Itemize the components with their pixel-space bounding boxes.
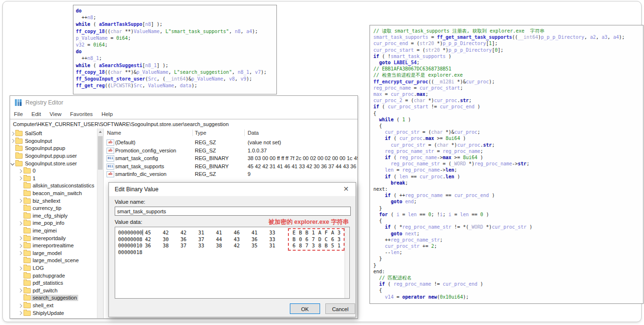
hex-ascii-char[interactable]: B bbox=[297, 230, 303, 235]
value-row-Promotion_config_version[interactable]: abPromotion_config_versionREG_SZ1.0.0.37 bbox=[104, 147, 358, 155]
hex-byte[interactable]: 36 bbox=[180, 236, 198, 242]
column-separator[interactable] bbox=[192, 129, 193, 136]
tree-item-allskin_statusiconstatistics[interactable]: allskin_statusiconstatistics bbox=[10, 182, 97, 190]
value-row-smart_task_supports[interactable]: 011smart_task_supportsREG_BINARY45 42 42… bbox=[104, 163, 358, 171]
hex-byte[interactable]: 41 bbox=[251, 230, 269, 235]
hex-ascii-char[interactable]: 8 bbox=[297, 243, 303, 248]
hex-ascii-char[interactable]: A bbox=[329, 230, 335, 235]
chevron-right-icon[interactable] bbox=[18, 176, 22, 180]
hex-ascii-char[interactable]: 7 bbox=[304, 243, 310, 248]
tree-item-1[interactable]: 1 bbox=[10, 175, 97, 183]
tree-item-SogouInput.store.user[interactable]: SogouInput.store.user bbox=[10, 160, 97, 167]
hex-byte[interactable]: 31 bbox=[269, 243, 287, 248]
value-row-smart_task_config[interactable]: 011smart_task_configREG_BINARY38 03 00 0… bbox=[104, 155, 358, 162]
tree-item-patchupgrade[interactable]: patchupgrade bbox=[10, 272, 97, 279]
hex-ascii-char[interactable]: 6 bbox=[291, 243, 297, 248]
hex-byte[interactable]: 44 bbox=[216, 236, 234, 242]
hex-byte[interactable]: 43 bbox=[234, 236, 251, 242]
column-separator[interactable] bbox=[244, 129, 245, 136]
tree-item-SalSoft[interactable]: SalSoft bbox=[10, 130, 97, 138]
hex-byte[interactable]: 33 bbox=[269, 236, 287, 242]
ok-button[interactable]: OK bbox=[290, 303, 320, 314]
hex-ascii-char[interactable]: B bbox=[304, 230, 310, 235]
hex-byte[interactable]: 33 bbox=[269, 230, 287, 235]
tree-item-pdf_switch[interactable]: pdf_switch bbox=[10, 287, 97, 295]
hex-ascii-char[interactable]: B bbox=[291, 236, 297, 242]
tree-item-ime_pop_info[interactable]: ime_pop_info bbox=[10, 220, 97, 227]
hex-ascii-char[interactable]: 7 bbox=[310, 236, 316, 242]
hex-byte[interactable]: 30 bbox=[163, 236, 180, 242]
hex-ascii-char[interactable]: 8 bbox=[317, 243, 323, 248]
hex-ascii-char[interactable]: 3 bbox=[310, 243, 316, 248]
tree-item-ShiplyUpdate[interactable]: ShiplyUpdate bbox=[10, 309, 97, 317]
value-name-input[interactable] bbox=[115, 207, 351, 216]
hex-byte[interactable]: 37 bbox=[180, 243, 198, 248]
tree-item-imereportrealtime[interactable]: imereportrealtime bbox=[10, 242, 97, 250]
value-row-smartinfo_dic_version[interactable]: absmartinfo_dic_versionREG_SZ9 bbox=[104, 171, 358, 178]
hex-byte[interactable]: 38 bbox=[216, 243, 234, 248]
hex-ascii-char[interactable]: 1 bbox=[336, 243, 342, 248]
regedit-address-bar[interactable]: Computer\HKEY_CURRENT_USER\SOFTWARE\Sogo… bbox=[10, 119, 358, 129]
hex-ascii-char[interactable]: D bbox=[317, 236, 323, 242]
hex-byte[interactable]: 36 bbox=[145, 243, 163, 248]
hex-ascii-char[interactable]: E bbox=[291, 230, 297, 235]
hex-byte[interactable]: 42 bbox=[180, 230, 198, 235]
tree-item-SogouInput.ppup.user[interactable]: SogouInput.ppup.user bbox=[10, 152, 97, 160]
hex-byte[interactable]: 46 bbox=[234, 230, 251, 235]
hex-ascii-char[interactable]: B bbox=[323, 243, 329, 248]
chevron-right-icon[interactable] bbox=[18, 303, 22, 307]
hex-ascii-char[interactable]: C bbox=[323, 236, 329, 242]
hex-byte[interactable]: 45 bbox=[145, 230, 163, 235]
tree-item-currency_tip[interactable]: currency_tip bbox=[10, 205, 97, 212]
tree-item-SogouInput.ppup[interactable]: SogouInput.ppup bbox=[10, 145, 97, 152]
hex-byte[interactable]: 42 bbox=[163, 230, 180, 235]
tree-item-0[interactable]: 0 bbox=[10, 167, 97, 175]
menu-favorites[interactable]: Favorites bbox=[70, 111, 93, 117]
tree-item-pdf_statistics[interactable]: pdf_statistics bbox=[10, 279, 97, 287]
chevron-right-icon[interactable] bbox=[11, 132, 14, 136]
chevron-right-icon[interactable] bbox=[18, 221, 22, 225]
hex-byte[interactable]: 31 bbox=[198, 230, 216, 235]
tree-item-ime_cfg_shiply[interactable]: ime_cfg_shiply bbox=[10, 212, 97, 220]
tree-item-beacon_main_switch[interactable]: beacon_main_switch bbox=[10, 190, 97, 197]
cancel-button[interactable]: Cancel bbox=[325, 303, 355, 314]
chevron-right-icon[interactable] bbox=[11, 139, 14, 143]
chevron-right-icon[interactable] bbox=[18, 199, 22, 203]
hex-ascii-char[interactable]: 5 bbox=[329, 243, 335, 248]
hex-byte[interactable]: 36 bbox=[251, 236, 269, 242]
value-row-Default[interactable]: ab(Default)REG_SZ(value not set) bbox=[104, 139, 358, 147]
tree-item-large_model[interactable]: large_model bbox=[10, 250, 97, 257]
chevron-right-icon[interactable] bbox=[18, 236, 22, 240]
close-icon[interactable]: ✕ bbox=[341, 185, 351, 194]
hex-ascii-char[interactable]: 0 bbox=[297, 236, 303, 242]
column-header-name[interactable]: Name bbox=[107, 128, 121, 137]
chevron-right-icon[interactable] bbox=[18, 251, 22, 255]
hex-byte[interactable]: 41 bbox=[216, 230, 234, 235]
hex-editor[interactable]: 000000004542423141464133EBB1AFA300000008… bbox=[115, 227, 350, 299]
hex-ascii-char[interactable]: 3 bbox=[336, 230, 342, 235]
chevron-right-icon[interactable] bbox=[18, 169, 22, 173]
column-header-data[interactable]: Data bbox=[248, 128, 259, 137]
chevron-right-icon[interactable] bbox=[18, 311, 22, 315]
hex-ascii-char[interactable]: 6 bbox=[304, 236, 310, 242]
tree-item-ime_qimei[interactable]: ime_qimei bbox=[10, 227, 97, 235]
tree-item-large_model_scene[interactable]: large_model_scene bbox=[10, 257, 97, 265]
hex-ascii-char[interactable]: 6 bbox=[329, 236, 335, 242]
dialog-titlebar[interactable]: Edit Binary Value ✕ bbox=[109, 183, 356, 196]
chevron-down-icon[interactable] bbox=[11, 162, 14, 165]
tree-item-search_suggestion[interactable]: search_suggestion bbox=[10, 294, 97, 302]
scrollbar-thumb[interactable] bbox=[98, 136, 103, 170]
tree-item-biz_shellext[interactable]: biz_shellext bbox=[10, 197, 97, 205]
tree-item-LOG[interactable]: LOG bbox=[10, 265, 97, 272]
tree-scrollbar[interactable] bbox=[97, 128, 103, 318]
tree-item-imereportdaily[interactable]: imereportdaily bbox=[10, 234, 97, 242]
regedit-titlebar[interactable]: Registry Editor bbox=[10, 96, 358, 109]
menu-help[interactable]: Help bbox=[101, 111, 113, 117]
hex-ascii-char[interactable]: 3 bbox=[336, 236, 342, 242]
menu-file[interactable]: File bbox=[14, 111, 23, 117]
chevron-right-icon[interactable] bbox=[18, 266, 22, 270]
menu-edit[interactable]: Edit bbox=[32, 111, 41, 117]
hex-ascii-char[interactable]: A bbox=[317, 230, 323, 235]
tree-item-SogouInput[interactable]: SogouInput bbox=[10, 138, 97, 145]
scroll-up-icon[interactable] bbox=[97, 128, 103, 135]
